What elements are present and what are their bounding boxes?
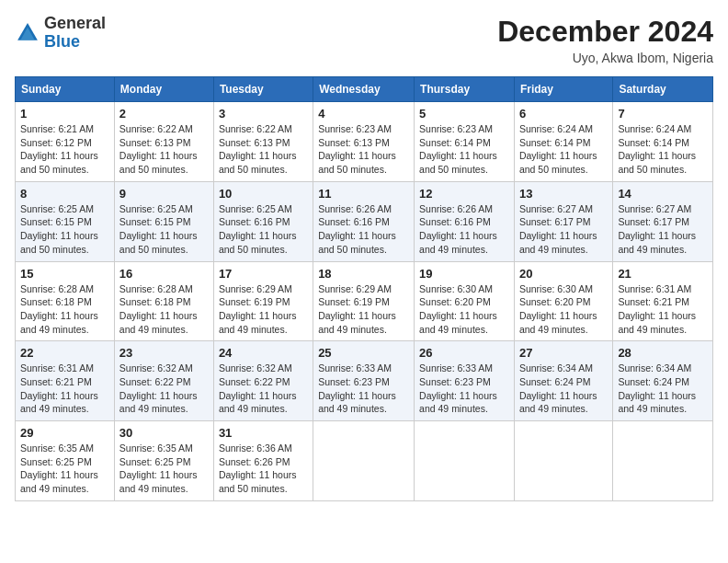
day-number: 12 [419,187,509,201]
calendar-cell: 26Sunrise: 6:33 AMSunset: 6:23 PMDayligh… [415,341,515,421]
day-detail: Sunrise: 6:28 AMSunset: 6:18 PMDaylight:… [20,282,109,337]
calendar-table: SundayMondayTuesdayWednesdayThursdayFrid… [15,76,713,501]
calendar-cell: 12Sunrise: 6:26 AMSunset: 6:16 PMDayligh… [415,181,515,261]
day-number: 21 [618,267,708,281]
day-detail: Sunrise: 6:25 AMSunset: 6:15 PMDaylight:… [119,202,209,257]
day-number: 5 [419,107,509,121]
header-day: Tuesday [213,77,313,102]
calendar-cell: 2Sunrise: 6:22 AMSunset: 6:13 PMDaylight… [114,102,213,182]
day-detail: Sunrise: 6:29 AMSunset: 6:19 PMDaylight:… [219,282,308,337]
calendar-cell: 31Sunrise: 6:36 AMSunset: 6:26 PMDayligh… [213,421,313,501]
calendar-cell: 29Sunrise: 6:35 AMSunset: 6:25 PMDayligh… [16,421,115,501]
day-detail: Sunrise: 6:23 AMSunset: 6:14 PMDaylight:… [419,122,509,177]
day-detail: Sunrise: 6:32 AMSunset: 6:22 PMDaylight:… [119,362,209,416]
month-title: December 2024 [497,15,713,49]
title-block: December 2024 Uyo, Akwa Ibom, Nigeria [497,15,713,65]
day-detail: Sunrise: 6:27 AMSunset: 6:17 PMDaylight:… [519,202,608,257]
day-detail: Sunrise: 6:32 AMSunset: 6:22 PMDaylight:… [219,362,308,416]
calendar-cell: 4Sunrise: 6:23 AMSunset: 6:13 PMDaylight… [313,102,415,182]
calendar-cell: 3Sunrise: 6:22 AMSunset: 6:13 PMDaylight… [213,102,313,182]
calendar-cell: 10Sunrise: 6:25 AMSunset: 6:16 PMDayligh… [213,181,313,261]
day-number: 20 [519,267,608,281]
calendar-cell: 14Sunrise: 6:27 AMSunset: 6:17 PMDayligh… [613,181,713,261]
day-detail: Sunrise: 6:34 AMSunset: 6:24 PMDaylight:… [618,362,708,416]
day-number: 8 [20,187,109,201]
calendar-cell: 15Sunrise: 6:28 AMSunset: 6:18 PMDayligh… [16,261,115,341]
calendar-cell: 20Sunrise: 6:30 AMSunset: 6:20 PMDayligh… [514,261,612,341]
calendar-cell [415,421,515,501]
day-number: 6 [519,107,608,121]
day-number: 28 [618,346,708,360]
day-detail: Sunrise: 6:22 AMSunset: 6:13 PMDaylight:… [219,122,308,177]
calendar-cell: 5Sunrise: 6:23 AMSunset: 6:14 PMDaylight… [415,102,515,182]
calendar-cell: 11Sunrise: 6:26 AMSunset: 6:16 PMDayligh… [313,181,415,261]
calendar-week-row: 15Sunrise: 6:28 AMSunset: 6:18 PMDayligh… [16,261,713,341]
day-number: 16 [119,267,209,281]
calendar-week-row: 1Sunrise: 6:21 AMSunset: 6:12 PMDaylight… [16,102,713,182]
calendar-cell: 28Sunrise: 6:34 AMSunset: 6:24 PMDayligh… [613,341,713,421]
day-number: 31 [219,426,308,440]
calendar-cell [613,421,713,501]
day-detail: Sunrise: 6:30 AMSunset: 6:20 PMDaylight:… [419,282,509,337]
day-number: 26 [419,346,509,360]
day-detail: Sunrise: 6:34 AMSunset: 6:24 PMDaylight:… [519,362,608,416]
logo-blue: Blue [44,32,80,51]
header-day: Wednesday [313,77,415,102]
day-number: 27 [519,346,608,360]
header-day: Sunday [16,77,115,102]
calendar-week-row: 22Sunrise: 6:31 AMSunset: 6:21 PMDayligh… [16,341,713,421]
day-number: 11 [318,187,409,201]
day-number: 19 [419,267,509,281]
day-detail: Sunrise: 6:24 AMSunset: 6:14 PMDaylight:… [618,122,708,177]
calendar-cell: 25Sunrise: 6:33 AMSunset: 6:23 PMDayligh… [313,341,415,421]
day-number: 4 [318,107,409,121]
day-detail: Sunrise: 6:27 AMSunset: 6:17 PMDaylight:… [618,202,708,257]
calendar-cell: 18Sunrise: 6:29 AMSunset: 6:19 PMDayligh… [313,261,415,341]
calendar-week-row: 29Sunrise: 6:35 AMSunset: 6:25 PMDayligh… [16,421,713,501]
calendar-cell: 1Sunrise: 6:21 AMSunset: 6:12 PMDaylight… [16,102,115,182]
calendar-cell: 9Sunrise: 6:25 AMSunset: 6:15 PMDaylight… [114,181,213,261]
day-detail: Sunrise: 6:26 AMSunset: 6:16 PMDaylight:… [318,202,409,257]
calendar-header: SundayMondayTuesdayWednesdayThursdayFrid… [16,77,713,102]
day-detail: Sunrise: 6:24 AMSunset: 6:14 PMDaylight:… [519,122,608,177]
day-detail: Sunrise: 6:28 AMSunset: 6:18 PMDaylight:… [119,282,209,337]
location-subtitle: Uyo, Akwa Ibom, Nigeria [497,51,713,65]
calendar-cell: 6Sunrise: 6:24 AMSunset: 6:14 PMDaylight… [514,102,612,182]
day-detail: Sunrise: 6:31 AMSunset: 6:21 PMDaylight:… [618,282,708,337]
calendar-cell: 21Sunrise: 6:31 AMSunset: 6:21 PMDayligh… [613,261,713,341]
day-number: 1 [20,107,109,121]
day-number: 3 [219,107,308,121]
calendar-cell: 7Sunrise: 6:24 AMSunset: 6:14 PMDaylight… [613,102,713,182]
calendar-cell: 27Sunrise: 6:34 AMSunset: 6:24 PMDayligh… [514,341,612,421]
day-number: 14 [618,187,708,201]
calendar-cell: 30Sunrise: 6:35 AMSunset: 6:25 PMDayligh… [114,421,213,501]
page-header: General Blue December 2024 Uyo, Akwa Ibo… [15,15,713,65]
day-number: 23 [119,346,209,360]
day-detail: Sunrise: 6:29 AMSunset: 6:19 PMDaylight:… [318,282,409,337]
calendar-cell: 13Sunrise: 6:27 AMSunset: 6:17 PMDayligh… [514,181,612,261]
calendar-cell: 8Sunrise: 6:25 AMSunset: 6:15 PMDaylight… [16,181,115,261]
day-number: 7 [618,107,708,121]
day-detail: Sunrise: 6:22 AMSunset: 6:13 PMDaylight:… [119,122,209,177]
day-detail: Sunrise: 6:26 AMSunset: 6:16 PMDaylight:… [419,202,509,257]
day-number: 25 [318,346,409,360]
header-day: Thursday [415,77,515,102]
logo-general: General [44,14,106,32]
day-detail: Sunrise: 6:35 AMSunset: 6:25 PMDaylight:… [20,442,109,496]
logo-text: General Blue [44,15,106,52]
calendar-week-row: 8Sunrise: 6:25 AMSunset: 6:15 PMDaylight… [16,181,713,261]
logo: General Blue [15,15,106,52]
day-number: 2 [119,107,209,121]
calendar-cell: 22Sunrise: 6:31 AMSunset: 6:21 PMDayligh… [16,341,115,421]
day-number: 18 [318,267,409,281]
calendar-cell [514,421,612,501]
day-detail: Sunrise: 6:36 AMSunset: 6:26 PMDaylight:… [219,442,308,496]
day-detail: Sunrise: 6:25 AMSunset: 6:16 PMDaylight:… [219,202,308,257]
day-detail: Sunrise: 6:35 AMSunset: 6:25 PMDaylight:… [119,442,209,496]
header-day: Friday [514,77,612,102]
day-number: 9 [119,187,209,201]
header-day: Saturday [613,77,713,102]
day-number: 17 [219,267,308,281]
calendar-cell [313,421,415,501]
day-number: 24 [219,346,308,360]
